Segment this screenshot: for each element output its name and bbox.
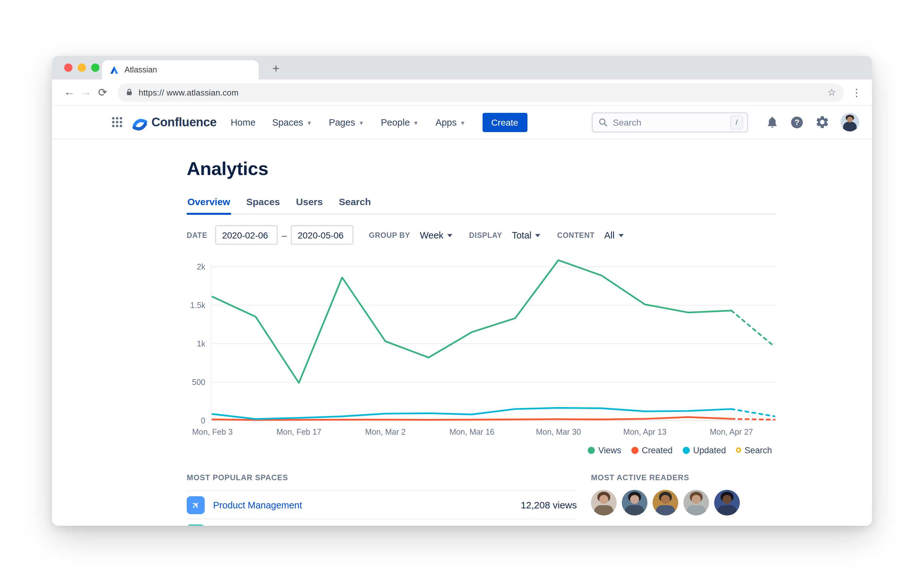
browser-tab-strip: Atlassian +: [52, 56, 872, 79]
reload-button[interactable]: ⟳: [94, 85, 111, 99]
space-views: 12,208 views: [521, 500, 577, 510]
tab-spaces[interactable]: Spaces: [246, 192, 280, 213]
desktop: Atlassian + ← → ⟳ https:// www.atlassian…: [0, 0, 924, 577]
date-label: DATE: [187, 231, 207, 239]
series-updated: [212, 408, 732, 419]
bookmark-star-icon[interactable]: ☆: [827, 87, 836, 98]
legend-item-created[interactable]: Created: [632, 445, 672, 455]
help-button[interactable]: ?: [790, 115, 804, 129]
x-axis-tick: Mon, Mar 2: [365, 427, 405, 436]
avatar-figure: [722, 495, 732, 504]
avatar-figure: [692, 495, 701, 504]
chart-legend: ViewsCreatedUpdatedSearch: [187, 444, 776, 456]
chevron-down-icon: ▼: [413, 119, 419, 126]
page-content: Analytics Overview Spaces Users Search D…: [52, 139, 872, 526]
reader-avatar[interactable]: [622, 490, 648, 516]
search-input[interactable]: [613, 117, 726, 127]
settings-button[interactable]: [815, 115, 830, 129]
legend-item-updated[interactable]: Updated: [683, 445, 726, 455]
nav-item-pages[interactable]: Pages▼: [329, 117, 364, 127]
analytics-tabs: Overview Spaces Users Search: [187, 192, 776, 215]
minimize-window-button[interactable]: [78, 63, 86, 72]
series-updated-forecast: [732, 409, 775, 416]
space-link[interactable]: Product Management: [213, 500, 521, 510]
browser-window: Atlassian + ← → ⟳ https:// www.atlassian…: [52, 56, 872, 526]
browser-menu-icon[interactable]: ⋮: [850, 86, 863, 98]
new-tab-button[interactable]: +: [268, 60, 284, 77]
confluence-navbar: Confluence Home Spaces▼ Pages▼ People▼ A…: [52, 106, 872, 139]
group-by-dropdown[interactable]: Week: [420, 230, 452, 240]
space-icon: ✈: [187, 496, 205, 514]
legend-item-views[interactable]: Views: [588, 445, 622, 455]
nav-item-people[interactable]: People▼: [381, 117, 419, 127]
address-bar[interactable]: https:// www.atlassian.com ☆: [118, 83, 844, 102]
app-switcher-icon[interactable]: [111, 117, 123, 127]
nav-item-apps[interactable]: Apps▼: [435, 117, 465, 127]
back-button[interactable]: ←: [61, 86, 78, 99]
global-search[interactable]: /: [591, 112, 748, 132]
tab-users[interactable]: Users: [296, 192, 323, 213]
content-dropdown[interactable]: All: [604, 230, 624, 240]
forward-button[interactable]: →: [78, 86, 94, 99]
active-readers-heading: MOST ACTIVE READERS: [591, 473, 740, 482]
browser-tab[interactable]: Atlassian: [102, 60, 258, 79]
avatar-figure: [717, 505, 737, 516]
search-shortcut-badge: /: [730, 115, 743, 129]
chevron-down-icon: ▼: [306, 119, 312, 126]
active-readers-list: [591, 490, 740, 516]
search-icon: [598, 117, 608, 127]
user-avatar[interactable]: [841, 113, 859, 131]
tab-overview[interactable]: Overview: [187, 192, 231, 215]
svg-text:?: ?: [795, 118, 799, 126]
analytics-chart: 05001k1.5k2kMon, Feb 3Mon, Feb 17Mon, Ma…: [187, 253, 776, 442]
reader-avatar[interactable]: [653, 490, 678, 516]
display-label: DISPLAY: [469, 231, 502, 239]
x-axis-tick: Mon, Apr 13: [624, 427, 667, 436]
legend-label: Updated: [693, 445, 726, 455]
close-window-button[interactable]: [64, 63, 73, 72]
legend-item-search[interactable]: Search: [736, 445, 772, 455]
popular-spaces-list: ✈Product Management12,208 views◎Human Re…: [187, 490, 577, 526]
x-axis-tick: Mon, Apr 27: [710, 427, 753, 436]
reader-avatar[interactable]: [714, 490, 740, 516]
create-button[interactable]: Create: [482, 113, 527, 132]
y-axis-tick: 0: [201, 416, 205, 425]
date-from-input[interactable]: [215, 225, 278, 245]
line-chart: 05001k1.5k2kMon, Feb 3Mon, Feb 17Mon, Ma…: [187, 253, 790, 440]
chevron-down-icon: ▼: [460, 119, 465, 126]
bell-icon: [766, 115, 779, 129]
nav-item-spaces[interactable]: Spaces▼: [272, 117, 312, 127]
tab-title: Atlassian: [124, 65, 157, 74]
product-name: Confluence: [152, 115, 216, 129]
x-axis-tick: Mon, Feb 3: [192, 427, 233, 436]
avatar-figure: [687, 505, 706, 516]
legend-dot-icon: [683, 446, 690, 454]
nav-items: Home Spaces▼ Pages▼ People▼ Apps▼: [231, 117, 465, 127]
notifications-button[interactable]: [766, 115, 779, 129]
y-axis-tick: 2k: [197, 262, 206, 271]
date-to-input[interactable]: [291, 225, 354, 245]
y-axis-tick: 1.5k: [190, 301, 206, 309]
avatar-figure: [661, 495, 670, 504]
group-by-label: GROUP BY: [369, 231, 410, 239]
gear-icon: [815, 115, 830, 129]
reader-avatar[interactable]: [591, 490, 617, 516]
browser-toolbar: ← → ⟳ https:// www.atlassian.com ☆ ⋮: [52, 79, 872, 106]
tab-search[interactable]: Search: [338, 192, 372, 213]
confluence-logo[interactable]: Confluence: [132, 114, 216, 131]
maximize-window-button[interactable]: [91, 63, 99, 72]
display-dropdown[interactable]: Total: [512, 230, 540, 240]
question-mark-icon: ?: [790, 115, 804, 129]
confluence-mark-icon: [132, 114, 148, 131]
url-text: https:// www.atlassian.com: [139, 87, 822, 97]
avatar-figure: [599, 495, 608, 504]
reader-avatar[interactable]: [683, 490, 709, 516]
nav-item-home[interactable]: Home: [231, 117, 255, 127]
nav-right-cluster: / ?: [591, 112, 859, 132]
series-created-forecast: [732, 419, 775, 420]
space-row: ✈Product Management12,208 views: [187, 490, 577, 519]
date-range-separator: –: [282, 230, 287, 240]
popular-spaces-panel: MOST POPULAR SPACES ✈Product Management1…: [187, 473, 577, 526]
space-icon: ◎: [187, 524, 205, 526]
chevron-down-icon: [619, 234, 624, 237]
